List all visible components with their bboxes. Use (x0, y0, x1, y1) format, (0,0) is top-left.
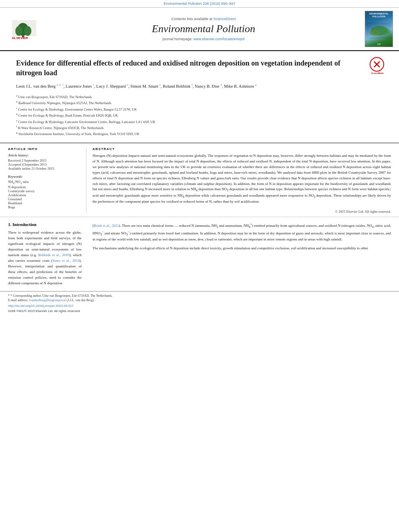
keyword-7: Bogs (8, 205, 81, 209)
issn-line: 0269-7491/© 2015 Elsevier Ltd. All right… (8, 308, 391, 313)
intro-right-text: (Brink et al., 2011). There are two main… (93, 222, 391, 242)
history-label: Article history: (8, 153, 81, 157)
article-header: CrossMark Evidence for differential effe… (0, 51, 399, 143)
authors-line: Leon J.L. van den Berg a, b, *, Laurence… (16, 83, 383, 90)
journal-header: ELSEVIER Contents lists available at Sci… (0, 8, 399, 51)
svg-point-7 (370, 29, 379, 36)
top-bar: Environmental Pollution 208 (2016) 890–8… (0, 0, 399, 8)
email-note: (J.J.L. van den Berg). (67, 298, 95, 302)
journal-info-center: Contents lists available at ScienceDirec… (46, 17, 361, 41)
svg-text:ELSEVIER: ELSEVIER (12, 36, 28, 40)
cover-208-label: 208 (377, 43, 380, 45)
homepage-link[interactable]: www.elsevier.com/locate/envpol (193, 37, 245, 41)
sciencedirect-link[interactable]: ScienceDirect (214, 17, 236, 21)
email-label: E-mail address: (8, 298, 28, 302)
homepage-line: journal homepage: www.elsevier.com/locat… (162, 37, 245, 41)
corresponding-text: * Corresponding author. Unie van Bosgroe… (10, 294, 113, 298)
article-info-label: ARTICLE INFO (8, 147, 81, 151)
crossmark-icon: CrossMark (370, 57, 385, 72)
affiliations-list: a Unie van Bosgroepen, Ede 6710AD, The N… (16, 94, 383, 137)
doi-link[interactable]: http://dx.doi.org/10.1016/j.envpol.2015.… (8, 304, 74, 308)
introduction-section: 1. Introduction There is widespread evid… (0, 217, 399, 291)
intro-right-col: (Brink et al., 2011). There are two main… (93, 222, 391, 286)
affiliation-c: c Centre for Ecology & Hydrology, Enviro… (16, 106, 383, 112)
elsevier-logo-area: ELSEVIER (6, 18, 42, 40)
journal-title-header: Environmental Pollution (152, 23, 255, 35)
footnotes-section: * * Corresponding author. Unie van Bosgr… (0, 291, 399, 315)
abstract-label: ABSTRACT (93, 147, 391, 151)
keyword-6: Heathland (8, 201, 81, 205)
intro-section-title: 1. Introduction (8, 222, 82, 227)
svg-point-3 (15, 26, 23, 36)
affiliation-e: e Centre for Ecology & Hydrology, Lancas… (16, 119, 383, 125)
keyword-1: NH4/NO3 ratio (8, 180, 81, 185)
svg-point-8 (379, 28, 390, 35)
affiliation-a: a Unie van Bosgroepen, Ede 6710AD, The N… (16, 94, 383, 100)
article-history: Article history: Received 2 September 20… (8, 153, 81, 170)
intro-left-text: There is widespread evidence across the … (8, 230, 82, 286)
abstract-col: ABSTRACT Nitrogen (N) deposition impacts… (93, 147, 391, 214)
article-info-col: ARTICLE INFO Article history: Received 2… (8, 147, 86, 214)
article-title: Evidence for differential effects of red… (16, 58, 383, 78)
keyword-4: Acidification (8, 193, 81, 197)
copyright-text: © 2015 Elsevier Ltd. All rights reserved… (93, 208, 391, 214)
journal-cover: ENVIRONMENTALPOLLUTION 208 (365, 11, 393, 47)
journal-reference: Environmental Pollution 208 (2016) 890–8… (164, 2, 235, 6)
intro-right-text-2: The mechanisms underlying the ecological… (93, 246, 391, 251)
keyword-5: Grassland (8, 197, 81, 201)
abstract-text: Nitrogen (N) deposition impacts natural … (93, 153, 391, 205)
doi-line: http://dx.doi.org/10.1016/j.envpol.2015.… (8, 303, 391, 308)
available-date: Available online 21 October 2015 (8, 166, 81, 170)
keyword-3: Countryside survey (8, 189, 81, 193)
keywords-section: Keywords: NH4/NO3 ratio N deposition Cou… (8, 175, 81, 209)
email-address[interactable]: lvandenberg@bosgroepen.nl (29, 298, 66, 302)
email-line: E-mail address: lvandenberg@bosgroepen.n… (8, 298, 391, 302)
accepted-date: Accepted 4 September 2015 (8, 162, 81, 166)
footnote-line: * * Corresponding author. Unie van Bosgr… (8, 294, 391, 298)
affiliation-f: f B-Ware Research Centre, Nijmegen 6503C… (16, 125, 383, 131)
keyword-2: N deposition (8, 185, 81, 189)
received-date: Received 2 September 2015 (8, 158, 81, 162)
affiliation-d: d Centre for Ecology & Hydrology, Bush E… (16, 112, 383, 118)
affiliation-g: g Stockholm Environment Institute, Unive… (16, 131, 383, 137)
affiliation-b: b Radboud University Nijmegen, Nijmegen … (16, 100, 383, 106)
author-nancy: Nancy B. Dise (195, 84, 220, 88)
intro-left-col: 1. Introduction There is widespread evid… (8, 222, 86, 286)
issn-text: 0269-7491/© 2015 Elsevier Ltd. All right… (8, 309, 81, 313)
main-content: ARTICLE INFO Article history: Received 2… (0, 143, 399, 217)
contents-line: Contents lists available at ScienceDirec… (171, 17, 236, 21)
svg-point-4 (24, 26, 31, 36)
elsevier-tree-icon: ELSEVIER (10, 18, 38, 40)
keywords-label: Keywords: (8, 175, 81, 179)
cover-journal-label: ENVIRONMENTALPOLLUTION (369, 12, 389, 18)
